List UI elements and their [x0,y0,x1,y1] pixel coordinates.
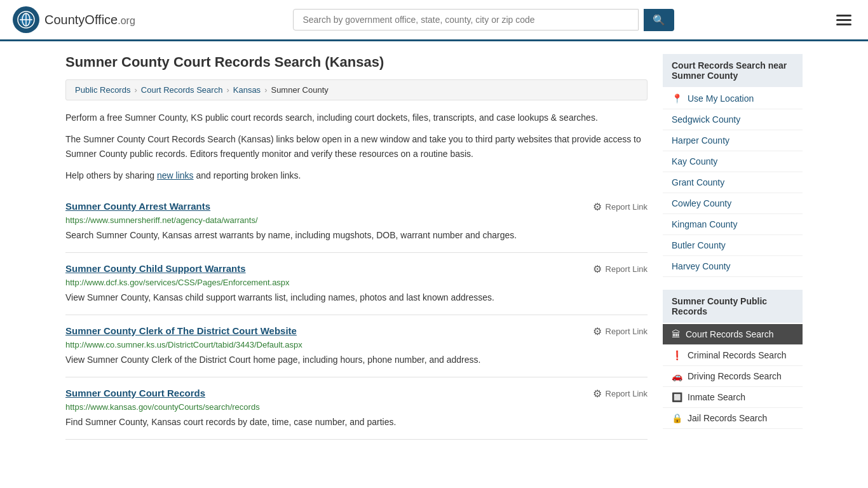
breadcrumb-public-records[interactable]: Public Records [75,85,130,95]
public-records-icon-4: 🔒 [672,413,682,423]
result-item: Sumner County Child Support Warrants ⚙ R… [65,253,648,315]
new-links-link[interactable]: new links [157,170,194,180]
content-area: Sumner County Court Records Search (Kans… [65,54,648,442]
breadcrumb-sep-2: › [226,85,229,95]
result-desc-2: View Sumner County Clerk of the District… [65,353,648,367]
nearby-item: Grant County [663,172,803,193]
menu-bar-2 [836,19,851,21]
logo-text: CountyOffice.org [44,13,135,27]
site-header: CountyOffice.org 🔍 [0,0,868,41]
nearby-link-8[interactable]: Harvey County [663,256,803,276]
nearby-item: Harvey County [663,256,803,277]
breadcrumb: Public Records › Court Records Search › … [65,79,648,100]
public-records-link-1[interactable]: ❗Criminal Records Search [663,345,803,365]
description-2: The Sumner County Court Records Search (… [65,132,648,161]
result-item: Sumner County Court Records ⚙ Report Lin… [65,377,648,440]
report-icon-3: ⚙ [593,388,602,400]
breadcrumb-court-records[interactable]: Court Records Search [141,85,223,95]
report-icon-1: ⚙ [593,263,602,275]
nearby-link-5[interactable]: Cowley County [663,193,803,214]
description-1: Perform a free Sumner County, KS public … [65,111,648,125]
result-header: Sumner County Arrest Warrants ⚙ Report L… [65,201,648,213]
result-url-3: https://www.kansas.gov/countyCourts/sear… [65,402,648,412]
nearby-item: Butler County [663,235,803,256]
public-records-icon-0: 🏛 [672,329,681,339]
report-icon-0: ⚙ [593,201,602,213]
result-url-1: http://www.dcf.ks.gov/services/CSS/Pages… [65,278,648,287]
result-header: Sumner County Child Support Warrants ⚙ R… [65,263,648,275]
public-records-link-2[interactable]: 🚗Driving Records Search [663,366,803,386]
search-button[interactable]: 🔍 [644,9,674,31]
nearby-item: Cowley County [663,193,803,214]
result-header: Sumner County Clerk of The District Cour… [65,325,648,337]
result-title-2[interactable]: Sumner County Clerk of The District Cour… [65,325,297,336]
result-url-0: https://www.sumnersheriff.net/agency-dat… [65,215,648,225]
public-records-title: Sumner County Public Records [663,290,803,323]
nearby-item: Kingman County [663,214,803,235]
result-url-2: http://www.co.sumner.ks.us/DistrictCourt… [65,340,648,349]
nearby-title: Court Records Search near Sumner County [663,54,803,87]
public-records-item: 🏛Court Records Search [663,324,803,345]
page-title: Sumner County Court Records Search (Kans… [65,54,648,71]
result-item: Sumner County Clerk of The District Cour… [65,315,648,377]
nearby-link-3[interactable]: Kay County [663,151,803,172]
nearby-section: Court Records Search near Sumner County … [663,54,803,277]
public-records-link-4[interactable]: 🔒Jail Records Search [663,408,803,428]
nearby-link-1[interactable]: Sedgwick County [663,109,803,130]
nearby-item: Harper County [663,130,803,151]
breadcrumb-sep-3: › [264,85,267,95]
public-records-section: Sumner County Public Records 🏛Court Reco… [663,290,803,429]
report-link-3[interactable]: ⚙ Report Link [593,388,648,400]
result-title-0[interactable]: Sumner County Arrest Warrants [65,201,210,212]
report-link-0[interactable]: ⚙ Report Link [593,201,648,213]
public-records-icon-3: 🔲 [672,392,682,402]
public-records-icon-1: ❗ [672,350,682,360]
result-desc-3: Find Sumner County, Kansas court records… [65,416,648,429]
nearby-item: Kay County [663,151,803,172]
result-desc-1: View Sumner County, Kansas child support… [65,291,648,304]
public-records-item: 🔲Inmate Search [663,387,803,408]
search-form: 🔍 [293,9,674,31]
description-3: Help others by sharing new links and rep… [65,168,648,182]
public-records-link-0[interactable]: 🏛Court Records Search [663,324,803,344]
nearby-link-7[interactable]: Butler County [663,235,803,255]
menu-bar-1 [836,15,851,17]
nearby-link-0[interactable]: 📍Use My Location [663,88,803,109]
nearby-link-4[interactable]: Grant County [663,172,803,193]
result-title-1[interactable]: Sumner County Child Support Warrants [65,263,246,274]
results-container: Sumner County Arrest Warrants ⚙ Report L… [65,191,648,440]
logo-area: CountyOffice.org [13,6,135,33]
nearby-link-2[interactable]: Harper County [663,130,803,151]
public-records-list: 🏛Court Records Search❗Criminal Records S… [663,324,803,429]
nearby-item: 📍Use My Location [663,88,803,109]
breadcrumb-current: Sumner County [271,85,328,95]
result-header: Sumner County Court Records ⚙ Report Lin… [65,388,648,400]
result-desc-0: Search Sumner County, Kansas arrest warr… [65,229,648,242]
sidebar: Court Records Search near Sumner County … [663,54,803,442]
nearby-list: 📍Use My LocationSedgwick CountyHarper Co… [663,88,803,277]
nearby-item: Sedgwick County [663,109,803,130]
public-records-link-3[interactable]: 🔲Inmate Search [663,387,803,407]
report-link-1[interactable]: ⚙ Report Link [593,263,648,275]
result-item: Sumner County Arrest Warrants ⚙ Report L… [65,191,648,253]
report-icon-2: ⚙ [593,325,602,337]
search-input[interactable] [293,9,639,30]
nearby-link-6[interactable]: Kingman County [663,214,803,234]
menu-button[interactable] [832,11,855,29]
report-link-2[interactable]: ⚙ Report Link [593,325,648,337]
public-records-item: 🚗Driving Records Search [663,366,803,387]
logo-icon [13,6,39,33]
public-records-item: ❗Criminal Records Search [663,345,803,366]
result-title-3[interactable]: Sumner County Court Records [65,388,205,398]
breadcrumb-sep-1: › [134,85,137,95]
public-records-item: 🔒Jail Records Search [663,408,803,429]
public-records-icon-2: 🚗 [672,371,682,381]
location-icon: 📍 [672,93,682,104]
breadcrumb-kansas[interactable]: Kansas [233,85,261,95]
menu-bar-3 [836,24,851,25]
search-icon: 🔍 [653,15,665,25]
main-container: Sumner County Court Records Search (Kans… [53,41,815,454]
